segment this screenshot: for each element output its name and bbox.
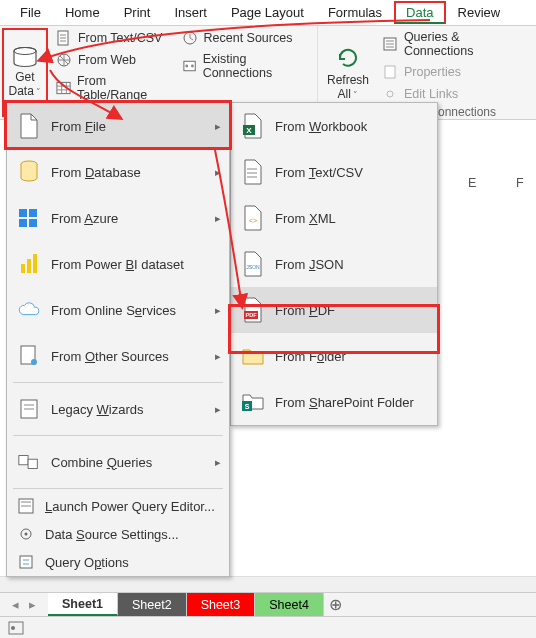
file-icon <box>17 114 41 138</box>
menu-from-database[interactable]: From Database ▸ <box>7 149 229 195</box>
from-file-submenu: X From Workbook From Text/CSV <> From XM… <box>230 102 438 426</box>
recent-icon <box>182 30 198 46</box>
power-query-icon <box>17 497 35 515</box>
menu-from-online-services[interactable]: From Online Services ▸ <box>7 287 229 333</box>
from-web-button[interactable]: From Web <box>56 52 174 68</box>
svg-point-7 <box>185 65 188 68</box>
chevron-right-icon: ▸ <box>215 212 221 225</box>
svg-rect-22 <box>19 456 28 465</box>
globe-icon <box>56 52 72 68</box>
menu-data-source-settings[interactable]: Data Source Settings... <box>7 520 229 548</box>
submenu-from-sharepoint-folder[interactable]: S From SharePoint Folder <box>231 379 437 425</box>
settings-icon <box>17 525 35 543</box>
svg-text:S: S <box>245 403 250 410</box>
submenu-from-workbook[interactable]: X From Workbook <box>231 103 437 149</box>
svg-rect-23 <box>28 459 37 468</box>
column-header-e[interactable]: E <box>468 176 476 190</box>
add-sheet-button[interactable]: ⊕ <box>324 593 348 616</box>
menu-combine-queries[interactable]: Combine Queries ▸ <box>7 439 229 485</box>
file-text-icon <box>56 30 72 46</box>
other-sources-icon <box>17 344 41 368</box>
chevron-right-icon: ▸ <box>215 166 221 179</box>
properties-icon <box>382 64 398 80</box>
menu-from-power-bi[interactable]: From Power BI dataset <box>7 241 229 287</box>
sheet-tab-2[interactable]: Sheet2 <box>118 593 187 616</box>
queries-connections-button[interactable]: Queries & Connections <box>382 30 532 58</box>
svg-rect-12 <box>19 209 27 217</box>
menu-from-other-sources[interactable]: From Other Sources ▸ <box>7 333 229 379</box>
submenu-from-xml[interactable]: <> From XML <box>231 195 437 241</box>
cloud-icon <box>17 298 41 322</box>
tab-formulas[interactable]: Formulas <box>316 1 394 24</box>
refresh-icon <box>334 44 362 72</box>
sharepoint-icon: S <box>241 390 265 414</box>
svg-point-8 <box>190 65 193 68</box>
svg-rect-27 <box>20 556 32 568</box>
svg-rect-17 <box>27 259 31 273</box>
table-icon <box>56 80 71 96</box>
sheet-tab-4[interactable]: Sheet4 <box>255 593 324 616</box>
get-data-label-1: Get <box>15 70 34 84</box>
svg-point-37 <box>11 626 15 630</box>
power-bi-icon <box>17 252 41 276</box>
tab-file[interactable]: File <box>8 1 53 24</box>
sheet-nav[interactable]: ◂ ▸ <box>0 597 48 612</box>
excel-workbook-icon: X <box>241 114 265 138</box>
text-csv-icon <box>241 160 265 184</box>
submenu-from-json[interactable]: JSON From JSON <box>231 241 437 287</box>
sheet-nav-next-icon[interactable]: ▸ <box>29 597 36 612</box>
properties-button: Properties <box>382 64 532 80</box>
tab-home[interactable]: Home <box>53 1 112 24</box>
column-header-f[interactable]: F <box>516 176 524 190</box>
queries-icon <box>382 36 398 52</box>
xml-icon: <> <box>241 206 265 230</box>
tab-page-layout[interactable]: Page Layout <box>219 1 316 24</box>
database-icon <box>17 160 41 184</box>
ribbon-tabs: File Home Print Insert Page Layout Formu… <box>0 0 536 26</box>
submenu-from-text-csv[interactable]: From Text/CSV <box>231 149 437 195</box>
menu-query-options[interactable]: Query Options <box>7 548 229 576</box>
menu-launch-power-query[interactable]: Launch Power Query Editor... <box>7 492 229 520</box>
tab-insert[interactable]: Insert <box>162 1 219 24</box>
recent-sources-button[interactable]: Recent Sources <box>182 30 314 46</box>
menu-from-file[interactable]: From File ▸ <box>7 103 229 149</box>
tab-data[interactable]: Data <box>394 1 445 24</box>
tab-review[interactable]: Review <box>446 1 513 24</box>
record-macro-icon[interactable] <box>8 621 24 635</box>
existing-connections-button[interactable]: Existing Connections <box>182 52 314 80</box>
chevron-right-icon: ▸ <box>215 120 221 133</box>
menu-from-azure[interactable]: From Azure ▸ <box>7 195 229 241</box>
submenu-from-folder[interactable]: From Folder <box>231 333 437 379</box>
azure-icon <box>17 206 41 230</box>
combine-icon <box>17 450 41 474</box>
connections-icon <box>182 58 197 74</box>
sheet-tab-3[interactable]: Sheet3 <box>187 593 256 616</box>
svg-point-26 <box>25 533 28 536</box>
sheet-tab-1[interactable]: Sheet1 <box>48 593 118 616</box>
chevron-right-icon: ▸ <box>215 350 221 363</box>
svg-rect-10 <box>385 66 395 78</box>
svg-text:X: X <box>246 126 252 135</box>
connections-group-label-fragment: onnections <box>438 105 496 119</box>
status-bar <box>0 616 536 638</box>
svg-rect-16 <box>21 264 25 273</box>
from-table-range-button[interactable]: From Table/Range <box>56 74 174 102</box>
pdf-icon: PDF <box>241 298 265 322</box>
json-icon: JSON <box>241 252 265 276</box>
svg-text:<>: <> <box>249 217 257 224</box>
svg-rect-14 <box>19 219 27 227</box>
chevron-down-icon: ˅ <box>351 90 359 100</box>
from-text-csv-button[interactable]: From Text/CSV <box>56 30 174 46</box>
svg-rect-18 <box>33 254 37 273</box>
horizontal-scrollbar[interactable] <box>0 576 536 592</box>
folder-icon <box>241 344 265 368</box>
link-icon <box>382 86 398 102</box>
sheet-nav-prev-icon[interactable]: ◂ <box>12 597 19 612</box>
edit-links-button: Edit Links <box>382 86 532 102</box>
chevron-right-icon: ▸ <box>215 456 221 469</box>
tab-print[interactable]: Print <box>112 1 163 24</box>
database-icon <box>12 47 38 69</box>
svg-rect-4 <box>57 82 70 93</box>
submenu-from-pdf[interactable]: PDF From PDF <box>231 287 437 333</box>
menu-legacy-wizards[interactable]: Legacy Wizards ▸ <box>7 386 229 432</box>
